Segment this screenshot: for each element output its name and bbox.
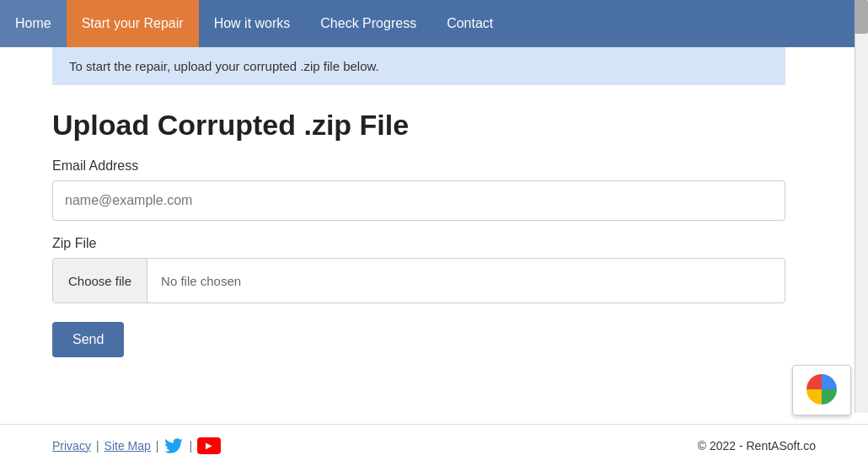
footer-right: © 2022 - RentASoft.co (698, 439, 816, 453)
recaptcha-logo (806, 374, 837, 404)
choose-file-button[interactable]: Choose file (53, 259, 147, 303)
scrollbar-track[interactable] (855, 0, 868, 413)
upload-form: Email Address Zip File Choose file No fi… (52, 158, 816, 357)
send-button[interactable]: Send (52, 322, 124, 357)
twitter-icon[interactable] (163, 436, 184, 456)
recaptcha-badge (792, 365, 851, 415)
page-title: Upload Corrupted .zip File (52, 109, 816, 142)
no-file-text: No file chosen (147, 274, 241, 288)
email-label: Email Address (52, 158, 816, 174)
zip-label: Zip File (52, 236, 816, 251)
navbar: Home Start your Repair How it works Chec… (0, 0, 868, 47)
footer-privacy-link[interactable]: Privacy (52, 439, 91, 453)
main-content: To start the repair, upload your corrupt… (0, 47, 868, 357)
nav-home[interactable]: Home (0, 0, 67, 47)
banner-text: To start the repair, upload your corrupt… (69, 59, 379, 73)
nav-check-progress[interactable]: Check Progress (305, 0, 431, 47)
scrollbar-thumb[interactable] (855, 0, 868, 34)
footer-sep-1: | (96, 439, 99, 453)
nav-contact[interactable]: Contact (431, 0, 508, 47)
footer-left: Privacy | Site Map | | (52, 436, 221, 456)
info-banner: To start the repair, upload your corrupt… (52, 47, 785, 85)
footer-sep-3: | (189, 439, 192, 453)
copyright-text: © 2022 - RentASoft.co (698, 439, 816, 453)
footer-sitemap-link[interactable]: Site Map (104, 439, 151, 453)
file-input-wrapper: Choose file No file chosen (52, 258, 785, 303)
nav-how-it-works[interactable]: How it works (199, 0, 306, 47)
youtube-icon[interactable] (197, 437, 221, 454)
footer-sep-2: | (156, 439, 159, 453)
email-input[interactable] (52, 180, 785, 221)
nav-start-repair[interactable]: Start your Repair (67, 0, 199, 47)
footer: Privacy | Site Map | | © 2022 - RentASof… (0, 424, 868, 466)
